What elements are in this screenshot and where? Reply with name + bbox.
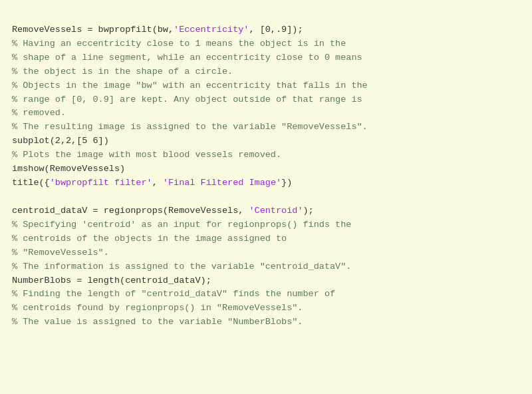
- code-line: % The resulting image is assigned to the…: [12, 120, 520, 134]
- code-line: % The value is assigned to the variable …: [12, 315, 520, 329]
- code-segment: 'Final Filtered Image': [163, 178, 281, 188]
- code-line: centroid_dataV = regionprops(RemoveVesse…: [12, 204, 520, 218]
- code-line: NumberBlobs = length(centroid_dataV);: [12, 274, 520, 288]
- code-line: % range of [0, 0.9] are kept. Any object…: [12, 93, 520, 107]
- code-line: % Having an eccentricity close to 1 mean…: [12, 37, 520, 51]
- code-segment: title({: [12, 178, 50, 188]
- code-segment: RemoveVessels = bwpropfilt(bw,: [12, 25, 174, 35]
- code-segment: subplot(2,2,[5 6]): [12, 136, 109, 146]
- code-line: [12, 190, 520, 204]
- code-line: RemoveVessels = bwpropfilt(bw,'Eccentric…: [12, 23, 520, 37]
- code-segment: centroid_dataV = regionprops(RemoveVesse…: [12, 206, 249, 216]
- code-line: title({'bwpropfilt filter', 'Final Filte…: [12, 176, 520, 190]
- code-segment: 'Eccentricity': [174, 25, 249, 35]
- code-line: % the object is in the shape of a circle…: [12, 65, 520, 79]
- code-line: % centroids of the objects in the image …: [12, 232, 520, 246]
- code-segment: );: [303, 206, 313, 216]
- code-line: % "RemoveVessels".: [12, 246, 520, 260]
- code-line: % Plots the image with most blood vessel…: [12, 148, 520, 162]
- code-line: % removed.: [12, 106, 520, 120]
- code-editor: RemoveVessels = bwpropfilt(bw,'Eccentric…: [0, 0, 532, 339]
- code-line: % shape of a line segment, while an ecce…: [12, 51, 520, 65]
- code-line: imshow(RemoveVessels): [12, 162, 520, 176]
- code-line: % Finding the length of "centroid_dataV"…: [12, 288, 520, 301]
- code-line: % Specifying 'centroid' as an input for …: [12, 218, 520, 232]
- code-line: % centroids found by regionprops() in "R…: [12, 301, 520, 315]
- code-segment: 'Centroid': [249, 206, 303, 216]
- code-line: % Objects in the image "bw" with an ecce…: [12, 79, 520, 93]
- code-segment: 'bwpropfilt filter': [50, 178, 152, 188]
- code-line: % The information is assigned to the var…: [12, 260, 520, 274]
- code-line: subplot(2,2,[5 6]): [12, 134, 520, 148]
- code-segment: NumberBlobs = length(centroid_dataV);: [12, 276, 211, 286]
- code-segment: , [0,.9]);: [249, 25, 303, 35]
- code-segment: }): [281, 178, 292, 188]
- code-segment: imshow(RemoveVessels): [12, 164, 125, 174]
- code-segment: ,: [152, 178, 163, 188]
